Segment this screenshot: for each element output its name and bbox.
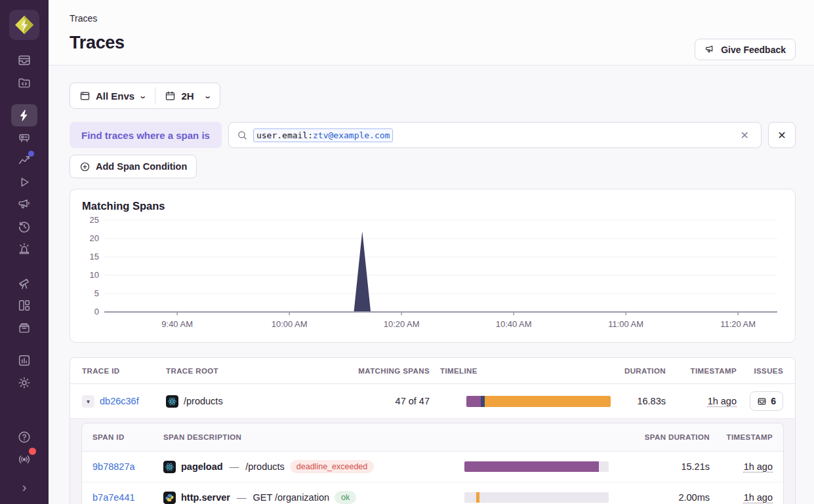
sidebar-item-traces[interactable] [11,104,37,126]
sidebar-item-stats[interactable] [11,349,37,372]
sidebar: › [0,0,49,504]
react-icon [163,461,176,473]
sidebar-item-projects[interactable] [11,126,37,149]
col-timestamp: Timestamp [691,367,737,375]
remove-condition-button[interactable]: ✕ [768,122,796,148]
trace-timestamp[interactable]: 1h ago [708,396,737,406]
clock-history-icon [17,220,31,234]
col-matching-spans: Matching Spans [358,367,430,375]
svg-text:20: 20 [90,233,99,243]
explore-icon [17,75,31,90]
content-area: All Envs ⌄ 2H ⌄ Find traces where a span… [49,66,814,504]
sidebar-item-releases[interactable] [11,216,37,238]
time-range-filter[interactable]: 2H ⌄ [155,83,219,108]
svg-text:11:20 AM: 11:20 AM [720,319,756,329]
sidebar-item-feedback[interactable] [11,193,37,216]
react-icon [166,395,178,408]
dashboard-layout-icon [17,298,31,313]
svg-text:10: 10 [90,270,99,280]
sidebar-item-replays[interactable] [11,171,37,193]
environment-filter-label: All Envs [96,90,134,102]
dash-separator: — [235,492,248,503]
col-duration: Duration [624,367,666,375]
telescope-icon [17,276,31,290]
sidebar-item-alerts[interactable] [11,238,37,260]
stats-bars-icon [17,353,31,368]
whats-new-notification-dot [29,448,36,455]
span-status-badge: ok [335,491,356,504]
drawer-icon [17,320,31,335]
traces-table-header: Trace ID Trace Root Matching Spans Timel… [70,358,795,384]
megaphone-icon [17,197,31,212]
app-logo[interactable] [9,10,39,40]
give-feedback-button[interactable]: Give Feedback [695,39,796,60]
span-description: /products [245,461,285,472]
dash-separator: — [228,461,241,472]
span-timestamp[interactable]: 1h ago [744,461,773,472]
add-span-condition-button[interactable]: Add Span Condition [70,155,197,178]
gear-icon [17,376,31,390]
span-search-input[interactable]: user.email:ztv@example.com ✕ [228,122,762,148]
svg-text:10:20 AM: 10:20 AM [384,319,420,329]
trace-id-link[interactable]: db26c36f [100,396,139,406]
matching-spans-card: Matching Spans 05101520259:40 AM10:00 AM… [70,189,796,343]
span-timestamp[interactable]: 1h ago [744,492,773,503]
window-icon [79,90,91,102]
help-icon [17,430,31,444]
sidebar-item-issues[interactable] [11,49,37,71]
span-table-header: Span ID Span Description Span Duration T… [82,423,783,452]
play-icon [17,175,31,189]
span-condition-row: Find traces where a span is user.email:z… [70,122,796,148]
sidebar-item-dashboards[interactable] [11,294,37,317]
insights-notification-dot [28,151,34,157]
environment-filter[interactable]: All Envs ⌄ [70,83,155,108]
main-content: Traces Traces Give Feedback All Envs ⌄ 2… [49,0,814,504]
breadcrumb[interactable]: Traces [70,13,796,24]
span-table: Span ID Span Description Span Duration T… [81,423,784,504]
token-key: user.email: [256,130,313,140]
expanded-trace-section: Span ID Span Description Span Duration T… [70,418,795,504]
span-op: http.server [181,492,230,503]
chart-canvas: 05101520259:40 AM10:00 AM10:20 AM10:40 A… [82,212,783,334]
chevron-down-icon: ⌄ [203,92,212,100]
timeline-segment [464,461,599,472]
trace-issues-button[interactable]: 6 [750,391,783,411]
matching-spans-chart: 05101520259:40 AM10:00 AM10:20 AM10:40 A… [82,212,783,337]
give-feedback-label: Give Feedback [721,45,786,55]
span-timeline-bar [464,461,609,472]
svg-text:10:40 AM: 10:40 AM [496,319,532,329]
collapse-row-button[interactable]: ▾ [82,395,94,408]
sidebar-item-insights[interactable] [11,149,37,171]
span-timeline-bar [464,492,609,503]
sidebar-item-help[interactable] [11,426,37,448]
span-id-link[interactable]: 9b78827a [92,461,163,472]
col-span-id: Span ID [92,433,163,441]
sidebar-item-explore[interactable] [11,71,37,94]
traces-lightning-icon [18,109,31,122]
span-row: 9b78827a pageload — /products deadline_e… [82,452,783,482]
issues-icon [757,397,767,406]
span-status-badge: deadline_exceeded [290,460,374,473]
trace-root-label[interactable]: /products [184,396,223,406]
span-op: pageload [181,461,223,472]
chevron-down-icon: ⌄ [138,92,147,100]
sidebar-item-archive[interactable] [11,317,37,339]
col-span-description: Span Description [163,433,464,441]
timeline-segment [476,492,479,503]
projector-icon [17,130,31,145]
sidebar-item-discover[interactable] [11,272,37,294]
clear-search-button[interactable]: ✕ [737,128,753,143]
search-filter-token[interactable]: user.email:ztv@example.com [253,128,394,142]
svg-text:25: 25 [90,215,99,225]
span-id-link[interactable]: b7a7e441 [92,492,163,503]
timeline-segment [485,396,611,407]
token-value: ztv@example.com [313,130,390,140]
svg-text:9:40 AM: 9:40 AM [161,319,193,329]
svg-text:11:00 AM: 11:00 AM [608,319,643,329]
sidebar-item-whats-new[interactable] [11,448,37,471]
sidebar-collapse-toggle[interactable]: › [22,480,27,495]
matching-spans-count: 47 of 47 [396,396,430,406]
python-icon [163,492,176,504]
chart-title: Matching Spans [82,200,783,212]
sidebar-item-settings[interactable] [11,372,37,394]
